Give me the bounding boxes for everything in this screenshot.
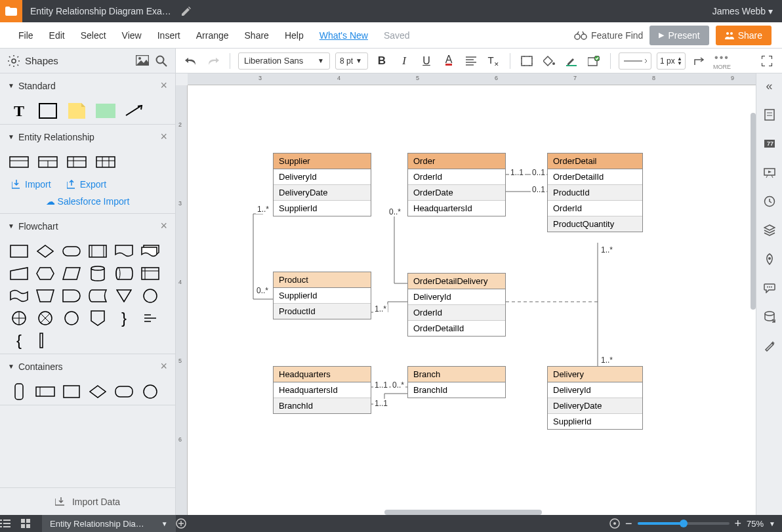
gear-icon[interactable] bbox=[8, 55, 20, 67]
fullscreen-button[interactable] bbox=[758, 52, 775, 70]
menu-select[interactable]: Select bbox=[73, 30, 114, 41]
folder-icon[interactable] bbox=[0, 0, 22, 22]
search-shapes-icon[interactable] bbox=[155, 55, 167, 67]
close-icon[interactable]: × bbox=[160, 79, 167, 92]
vertical-scrollbar[interactable] bbox=[751, 113, 756, 310]
fc-hexagon[interactable] bbox=[35, 266, 55, 281]
close-icon[interactable]: × bbox=[160, 219, 167, 233]
edit-title-icon[interactable] bbox=[179, 4, 194, 18]
rail-chat-icon[interactable] bbox=[762, 281, 777, 295]
rail-layers-icon[interactable] bbox=[762, 223, 777, 237]
fill-button[interactable] bbox=[541, 52, 558, 70]
entity-supplier[interactable]: Supplier DeliveryId DeliveryDate Supplie… bbox=[273, 153, 371, 216]
shape-er3[interactable] bbox=[67, 154, 87, 170]
autosync-icon[interactable] bbox=[609, 518, 620, 529]
fc-terminator[interactable] bbox=[62, 243, 81, 259]
ct-square[interactable] bbox=[62, 384, 81, 399]
font-select[interactable]: Liberation Sans▼ bbox=[238, 52, 330, 70]
shape-arrow[interactable] bbox=[125, 103, 144, 119]
canvas[interactable]: Supplier DeliveryId DeliveryDate Supplie… bbox=[188, 85, 756, 515]
zoom-in-button[interactable]: + bbox=[735, 517, 742, 531]
line-style-select[interactable] bbox=[619, 52, 651, 70]
frame-button[interactable] bbox=[518, 52, 535, 70]
redo-button[interactable] bbox=[205, 52, 222, 70]
underline-button[interactable]: U bbox=[418, 52, 435, 70]
ct-diamond[interactable] bbox=[88, 384, 108, 399]
fc-offpage[interactable] bbox=[88, 310, 108, 326]
menu-whats-new[interactable]: What's New bbox=[312, 30, 376, 41]
shape-er2[interactable] bbox=[38, 154, 58, 170]
fc-or[interactable] bbox=[9, 310, 29, 326]
bold-button[interactable]: B bbox=[373, 52, 390, 70]
rail-magic-icon[interactable] bbox=[762, 338, 777, 353]
fc-delay[interactable] bbox=[62, 288, 81, 304]
rail-doc-icon[interactable] bbox=[762, 108, 777, 122]
fc-note[interactable] bbox=[140, 310, 160, 326]
fc-manualop[interactable] bbox=[35, 288, 55, 304]
fc-rect[interactable] bbox=[9, 243, 29, 259]
category-containers-header[interactable]: ▼Containers× bbox=[0, 354, 175, 379]
rail-present-icon[interactable] bbox=[762, 165, 777, 180]
shape-rect[interactable] bbox=[38, 103, 58, 119]
clear-format-button[interactable]: T✕ bbox=[485, 52, 502, 70]
ct-circle[interactable] bbox=[140, 384, 160, 399]
rail-data-icon[interactable] bbox=[762, 310, 777, 324]
horizontal-scrollbar[interactable] bbox=[384, 510, 542, 515]
fc-database[interactable] bbox=[88, 266, 108, 281]
fc-document[interactable] bbox=[114, 243, 134, 259]
italic-button[interactable]: I bbox=[396, 52, 413, 70]
rail-comment-icon[interactable]: 77 bbox=[762, 136, 777, 151]
fc-predefined[interactable] bbox=[88, 243, 108, 259]
zoom-out-button[interactable]: − bbox=[625, 517, 632, 531]
rail-theme-icon[interactable] bbox=[762, 252, 777, 266]
entity-product[interactable]: Product SupplierId ProductId bbox=[273, 272, 371, 319]
grid-view-icon[interactable] bbox=[21, 519, 42, 528]
fc-bracer[interactable]: } bbox=[114, 310, 134, 326]
present-button[interactable]: ▶Present bbox=[649, 26, 709, 45]
import-data-button[interactable]: Import Data bbox=[0, 487, 175, 515]
entity-order[interactable]: Order OrderId OrderDate HeadquartersId bbox=[407, 153, 506, 216]
page-tab[interactable]: Entity Relationship Dia…▼ bbox=[42, 515, 176, 532]
shape-text[interactable]: T bbox=[9, 103, 29, 119]
menu-help[interactable]: Help bbox=[277, 30, 312, 41]
line-width-select[interactable]: 1 px▲▼ bbox=[657, 52, 686, 70]
category-standard-header[interactable]: ▼Standard× bbox=[0, 73, 175, 98]
collapse-rail-icon[interactable]: « bbox=[762, 79, 777, 93]
entity-headquarters[interactable]: Headquarters HeadquartersId BranchId bbox=[273, 366, 371, 414]
category-entity-header[interactable]: ▼Entity Relationship× bbox=[0, 125, 175, 149]
zoom-level[interactable]: 75% bbox=[747, 519, 764, 529]
fc-storeddata[interactable] bbox=[88, 288, 108, 304]
salesforce-import-link[interactable]: ☁ Salesforce Import bbox=[46, 196, 130, 207]
menu-edit[interactable]: Edit bbox=[41, 30, 73, 41]
fc-directdata[interactable] bbox=[114, 266, 134, 281]
fc-merge[interactable] bbox=[114, 288, 134, 304]
shape-er4[interactable] bbox=[96, 154, 115, 170]
more-button[interactable]: •••MORE bbox=[713, 52, 731, 70]
border-color-button[interactable] bbox=[563, 52, 580, 70]
document-title[interactable]: Entity Relationship Diagram Exa… bbox=[22, 6, 179, 16]
menu-arrange[interactable]: Arrange bbox=[188, 30, 237, 41]
category-flowchart-header[interactable]: ▼Flowchart× bbox=[0, 214, 175, 238]
menu-share[interactable]: Share bbox=[237, 30, 277, 41]
import-link[interactable]: Import bbox=[12, 179, 51, 190]
line-routing-button[interactable] bbox=[691, 52, 708, 70]
image-icon[interactable] bbox=[136, 55, 149, 67]
fc-card[interactable] bbox=[35, 333, 55, 348]
undo-button[interactable] bbox=[182, 52, 199, 70]
fc-internal[interactable] bbox=[140, 266, 160, 281]
ct-rect[interactable] bbox=[35, 384, 55, 399]
entity-branch[interactable]: Branch BranchId bbox=[407, 366, 506, 398]
fc-collate[interactable] bbox=[62, 310, 81, 326]
close-icon[interactable]: × bbox=[160, 359, 167, 373]
fc-diamond[interactable] bbox=[35, 243, 55, 259]
menu-file[interactable]: File bbox=[10, 30, 41, 41]
entity-orderdetail[interactable]: OrderDetail OrderDetailId ProductId Orde… bbox=[547, 153, 643, 232]
shape-note[interactable] bbox=[67, 103, 87, 119]
menu-insert[interactable]: Insert bbox=[150, 30, 188, 41]
text-color-button[interactable]: A bbox=[440, 52, 457, 70]
list-view-icon[interactable] bbox=[0, 520, 21, 527]
fc-papertape[interactable] bbox=[9, 288, 29, 304]
entity-delivery[interactable]: Delivery DeliveryId DeliveryDate Supplie… bbox=[547, 366, 643, 430]
add-page-button[interactable] bbox=[176, 518, 197, 529]
feature-find[interactable]: Feature Find bbox=[574, 30, 643, 41]
